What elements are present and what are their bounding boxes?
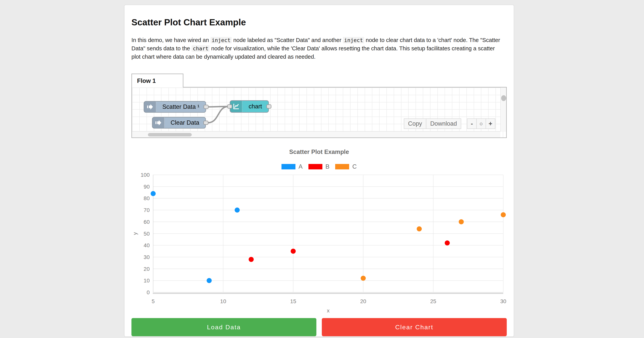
description-text: node labeled as "Scatter Data" and anoth… [232, 37, 343, 43]
inject-arrow-icon [146, 104, 154, 110]
content-card: Scatter Plot Chart Example In this demo,… [124, 5, 514, 337]
download-button[interactable]: Download [426, 119, 461, 129]
description-text: In this demo, we have wired an [132, 37, 210, 43]
clear-chart-button[interactable]: Clear Chart [322, 318, 507, 336]
output-port[interactable] [203, 121, 208, 125]
data-point-C [501, 212, 506, 217]
node-scatter-data[interactable]: Scatter Data ¹ [144, 101, 206, 113]
y-tick-label: 0 [146, 289, 150, 295]
x-tick-label: 5 [152, 298, 155, 304]
copy-button[interactable]: Copy [404, 119, 426, 129]
horizontal-scrollbar[interactable] [132, 131, 500, 138]
legend-swatch [282, 164, 296, 169]
data-point-B [290, 249, 296, 254]
y-tick-label: 100 [140, 172, 150, 178]
y-tick-label: 70 [144, 207, 150, 213]
flow-tab-label: Flow 1 [137, 77, 156, 84]
y-tick-label: 10 [144, 278, 150, 284]
x-tick-label: 30 [500, 298, 506, 304]
y-tick-label: 20 [144, 266, 150, 272]
data-point-C [459, 219, 464, 224]
input-port[interactable] [227, 104, 232, 109]
flow-canvas[interactable]: Scatter Data ¹ Clear Data [132, 87, 507, 138]
zoom-in-button[interactable]: + [486, 119, 495, 129]
inject-icon-region [144, 102, 156, 112]
y-tick-label: 50 [144, 231, 150, 237]
x-tick-label: 10 [220, 298, 226, 304]
line-chart-icon [232, 103, 240, 110]
y-tick-label: 60 [144, 219, 150, 225]
y-tick-label: 90 [144, 184, 150, 190]
legend-item-A[interactable]: A [282, 163, 302, 170]
x-axis-title: x [327, 308, 330, 314]
legend-label: B [326, 163, 330, 170]
vertical-scrollbar[interactable] [500, 88, 506, 131]
zoom-out-button[interactable]: - [467, 119, 477, 129]
legend-item-B[interactable]: B [308, 163, 330, 170]
x-tick-label: 25 [430, 298, 436, 304]
inject-icon-region [152, 118, 164, 128]
zoom-reset-button[interactable]: ○ [476, 119, 486, 129]
vertical-scrollbar-thumb[interactable] [501, 95, 506, 101]
legend-label: A [298, 163, 302, 170]
page-background: { "page": { "background": "#ebebeb", "ca… [0, 0, 644, 338]
data-point-C [417, 226, 422, 231]
data-point-C [361, 276, 366, 281]
data-point-A [207, 278, 212, 283]
wire-clear-to-chart [208, 107, 228, 123]
inline-code: inject [210, 37, 232, 43]
inline-code: chart [192, 45, 210, 52]
page-title: Scatter Plot Chart Example [132, 17, 507, 27]
description: In this demo, we have wired an inject no… [132, 36, 503, 61]
load-data-button[interactable]: Load Data [132, 318, 316, 336]
data-point-B [249, 257, 254, 262]
x-tick-label: 15 [290, 298, 296, 304]
y-tick-label: 30 [144, 254, 150, 260]
flow-viewer: Flow 1 Scatter Data ¹ [132, 74, 507, 138]
canvas-toolbar: Copy Download [404, 119, 461, 129]
inject-arrow-icon [155, 119, 162, 126]
legend-label: C [352, 163, 356, 170]
node-chart[interactable]: chart [230, 100, 269, 113]
output-port[interactable] [204, 105, 208, 109]
node-label: Scatter Data ¹ [156, 103, 206, 110]
y-tick-label: 80 [144, 195, 150, 201]
horizontal-scrollbar-thumb[interactable] [148, 133, 192, 137]
inline-code: inject [343, 37, 364, 43]
flow-tab[interactable]: Flow 1 [132, 74, 184, 88]
data-point-B [445, 240, 450, 245]
node-label: chart [242, 103, 268, 110]
x-tick-label: 20 [360, 298, 366, 304]
output-port[interactable] [266, 104, 272, 109]
y-tick-label: 40 [144, 242, 150, 248]
y-axis-title: y [132, 232, 138, 235]
node-label: Clear Data [164, 119, 205, 126]
scatter-chart: 010203040506070809010051015202530yx [132, 172, 507, 314]
wire-scatter-to-chart [208, 107, 228, 107]
legend-swatch [308, 164, 322, 169]
chart-title: Scatter Plot Example [132, 149, 507, 156]
node-clear-data[interactable]: Clear Data [152, 117, 206, 129]
legend-item-C[interactable]: C [335, 163, 356, 170]
data-point-A [234, 207, 240, 212]
chart-legend: ABC [132, 163, 507, 170]
action-buttons-row: Load Data Clear Chart [132, 318, 507, 336]
zoom-controls: - ○ + [467, 119, 495, 129]
data-point-A [151, 191, 156, 196]
legend-swatch [335, 164, 349, 169]
